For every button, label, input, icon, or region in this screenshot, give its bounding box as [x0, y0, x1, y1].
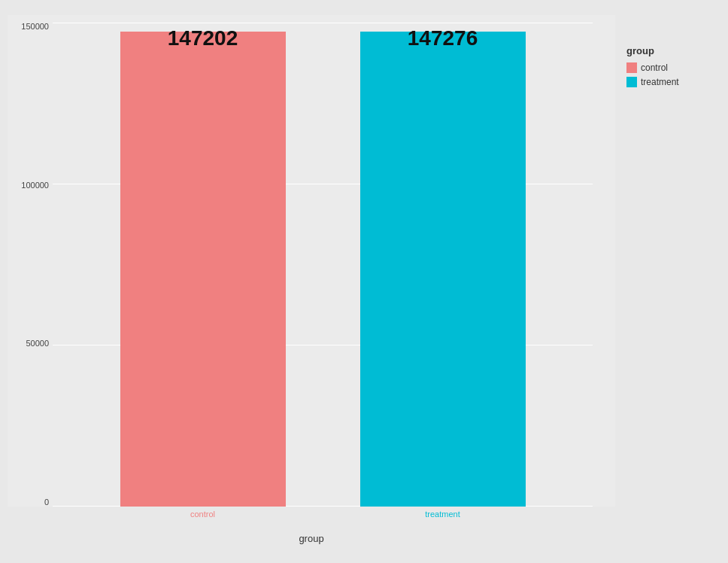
x-tick-group-treatment: treatment	[360, 510, 526, 519]
plot-area: 150000 100000 50000 0 147202 147276	[8, 15, 615, 507]
bar-label-control: 147202	[120, 26, 286, 50]
y-tick-100000: 100000	[21, 181, 49, 190]
y-tick-50000: 50000	[26, 339, 49, 348]
legend: group control treatment	[615, 38, 713, 548]
legend-title: group	[626, 45, 713, 56]
legend-label-control: control	[641, 62, 668, 73]
x-tick-group-control: control	[120, 510, 286, 519]
legend-swatch-control	[626, 62, 637, 73]
legend-item-control: control	[626, 62, 713, 73]
x-tick-control: control	[190, 510, 215, 519]
y-tick-150000: 150000	[21, 23, 49, 31]
legend-label-treatment: treatment	[641, 77, 679, 87]
bar-treatment	[360, 32, 526, 507]
chart-container: n 150000 100000 50000 0	[0, 0, 728, 563]
chart-area: n 150000 100000 50000 0	[8, 15, 615, 548]
legend-item-treatment: treatment	[626, 77, 713, 87]
bar-group-treatment: 147276	[360, 23, 526, 507]
legend-swatch-treatment	[626, 77, 637, 87]
bar-control	[120, 32, 286, 507]
x-axis-label-container: group	[8, 529, 615, 548]
x-axis-ticks: control treatment	[8, 507, 615, 529]
y-axis: 150000 100000 50000 0	[8, 23, 53, 507]
y-tick-0: 0	[44, 498, 49, 507]
bars-wrapper: 147202 147276	[53, 23, 593, 507]
x-tick-treatment: treatment	[425, 510, 460, 519]
x-tick-area: control treatment	[53, 510, 593, 519]
bar-group-control: 147202	[120, 23, 286, 507]
x-axis-label: group	[299, 533, 323, 544]
bar-label-treatment: 147276	[360, 26, 526, 50]
